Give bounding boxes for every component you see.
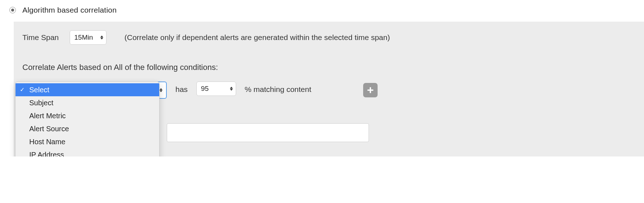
dropdown-option-label: IP Address	[29, 151, 64, 156]
percent-suffix: % matching content	[245, 81, 311, 94]
select-arrows-icon	[100, 36, 103, 40]
radio-selected-dot	[11, 9, 14, 12]
dropdown-option-label: Host Name	[29, 138, 65, 146]
operator-label: has	[175, 81, 188, 94]
dropdown-option-subject[interactable]: Subject	[16, 96, 159, 109]
plus-icon	[366, 86, 374, 94]
dropdown-option-host-name[interactable]: Host Name	[16, 135, 159, 148]
timespan-select[interactable]: 15Min	[70, 30, 106, 45]
correlation-type-radio[interactable]	[9, 7, 16, 13]
dropdown-option-alert-source[interactable]: Alert Source	[16, 122, 159, 135]
select-arrows-icon	[230, 87, 233, 91]
dropdown-option-ip-address[interactable]: IP Address	[16, 148, 159, 156]
correlation-panel: Time Span 15Min (Correlate only if depen…	[14, 22, 644, 156]
dropdown-option-label: Alert Source	[29, 125, 69, 133]
check-icon: ✓	[20, 85, 25, 94]
dropdown-option-select[interactable]: ✓ Select	[16, 83, 159, 96]
timespan-value: 15Min	[74, 34, 93, 41]
dropdown-option-label: Subject	[29, 99, 53, 107]
percent-select[interactable]: 95	[196, 81, 236, 96]
dropdown-option-alert-metric[interactable]: Alert Metric	[16, 109, 159, 122]
conditions-header: Correlate Alerts based on All of the fol…	[22, 63, 635, 72]
percent-value: 95	[201, 85, 209, 93]
select-arrows-icon	[160, 88, 162, 92]
timespan-label: Time Span	[22, 33, 59, 42]
dropdown-option-label: Select	[29, 86, 49, 94]
dropdown-option-label: Alert Metric	[29, 112, 66, 120]
add-condition-button[interactable]	[363, 83, 378, 97]
correlation-type-label: Algorithm based correlation	[22, 6, 117, 14]
svg-rect-1	[367, 89, 374, 91]
condition-text-input[interactable]	[167, 123, 369, 142]
field-select-dropdown: ✓ Select Subject Alert Metric Alert Sour…	[15, 81, 160, 156]
timespan-hint: (Correlate only if dependent alerts are …	[125, 33, 390, 42]
